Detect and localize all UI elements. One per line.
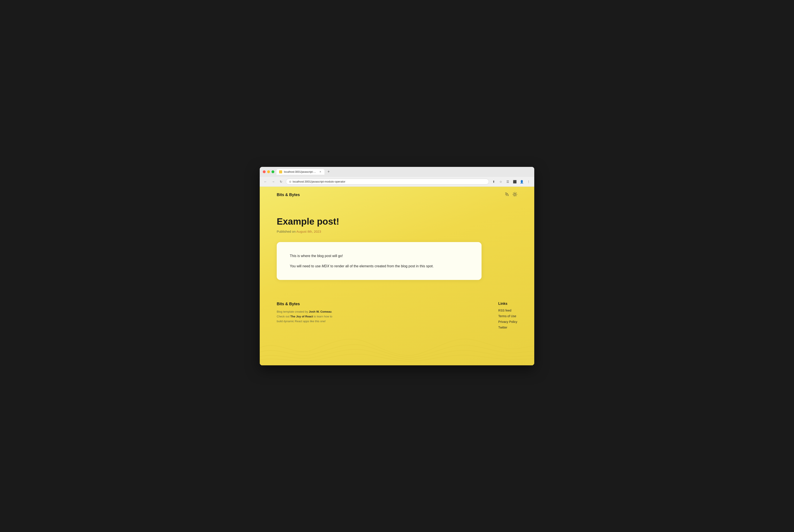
share-button[interactable]: ⬆	[491, 179, 497, 185]
footer-link-privacy[interactable]: Privacy Policy	[498, 320, 517, 324]
new-tab-button[interactable]: +	[326, 169, 332, 175]
address-bar[interactable]: ⊙ localhost:3001/javascript-modulo-opera…	[286, 179, 489, 185]
tab-title: localhost:3001/javascript-mo...	[284, 170, 317, 173]
tab-bar: localhost:3001/javascript-mo... ✕ +	[277, 169, 531, 175]
post-paragraph-1: This is where the blog post will go!	[290, 253, 469, 259]
maximize-button[interactable]	[271, 170, 274, 173]
browser-titlebar: localhost:3001/javascript-mo... ✕ +	[260, 167, 534, 177]
site-logo[interactable]: Bits & Bytes	[277, 193, 300, 197]
tab-close-button[interactable]: ✕	[319, 170, 322, 173]
para2-mdx: MDX	[322, 264, 329, 268]
footer-link-twitter[interactable]: Twitter	[498, 326, 517, 329]
refresh-icon: ↻	[280, 180, 282, 184]
back-button[interactable]: ←	[262, 179, 268, 185]
svg-line-5	[516, 195, 516, 196]
footer-tagline: Blog template created by Josh W. Comeau.…	[277, 309, 338, 324]
footer-links: Links RSS feed Terms of Use Privacy Poli…	[498, 302, 517, 331]
toolbar-actions: ⬆ ☆ ☰ ⬛ 👤 ⋮	[491, 179, 532, 185]
post-card: This is where the blog post will go! You…	[277, 242, 481, 280]
main-content: Example post! Published on August 8th, 2…	[266, 203, 528, 289]
published-date: August 8th, 2023	[296, 230, 321, 233]
tab-favicon	[279, 170, 282, 173]
header-icons	[505, 192, 517, 198]
lock-icon: ⊙	[289, 180, 291, 183]
tagline-author: Josh W. Comeau	[309, 310, 332, 313]
refresh-button[interactable]: ↻	[278, 179, 284, 185]
post-paragraph-2: You will need to use MDX to render all o…	[290, 263, 469, 269]
tagline-pre: Blog template created by	[277, 310, 309, 313]
menu-button[interactable]: ⋮	[526, 179, 532, 185]
footer-link-rss[interactable]: RSS feed	[498, 309, 517, 312]
footer-link-terms[interactable]: Terms of Use	[498, 315, 517, 318]
close-button[interactable]	[263, 170, 266, 173]
svg-point-1	[514, 193, 516, 195]
traffic-lights	[263, 170, 274, 173]
post-body: This is where the blog post will go! You…	[290, 253, 469, 269]
active-tab[interactable]: localhost:3001/javascript-mo... ✕	[277, 169, 324, 175]
site-footer: Bits & Bytes Blog template created by Jo…	[266, 289, 528, 340]
para2-post: to render all of the elements created fr…	[329, 264, 434, 268]
url-text: localhost:3001/javascript-modulo-operato…	[292, 180, 345, 183]
svg-point-0	[505, 195, 506, 196]
rss-icon[interactable]	[505, 192, 509, 197]
sidebar-button[interactable]: ⬛	[512, 179, 518, 185]
forward-icon: →	[272, 180, 275, 184]
tagline-link[interactable]: The Joy of React	[290, 315, 313, 318]
published-prefix: Published on	[277, 230, 296, 233]
post-title: Example post!	[277, 216, 517, 227]
page-content: Bits & Bytes	[260, 187, 534, 365]
footer-links-heading: Links	[498, 302, 517, 306]
svg-line-8	[513, 195, 514, 196]
post-meta: Published on August 8th, 2023	[277, 230, 517, 233]
site-header: Bits & Bytes	[266, 187, 528, 203]
forward-button[interactable]: →	[270, 179, 276, 185]
bookmark-button[interactable]: ☆	[498, 179, 504, 185]
back-icon: ←	[264, 180, 267, 184]
para2-pre: You will need to use	[290, 264, 322, 268]
theme-toggle-icon[interactable]	[512, 192, 517, 198]
footer-brand: Bits & Bytes Blog template created by Jo…	[277, 302, 498, 324]
minimize-button[interactable]	[267, 170, 270, 173]
footer-logo: Bits & Bytes	[277, 302, 498, 306]
browser-toolbar: ← → ↻ ⊙ localhost:3001/javascript-modulo…	[260, 177, 534, 187]
reader-view-button[interactable]: ☰	[505, 179, 511, 185]
browser-chrome: localhost:3001/javascript-mo... ✕ + ← → …	[260, 167, 534, 187]
profile-button[interactable]: 👤	[518, 179, 525, 185]
browser-window: localhost:3001/javascript-mo... ✕ + ← → …	[260, 167, 534, 365]
